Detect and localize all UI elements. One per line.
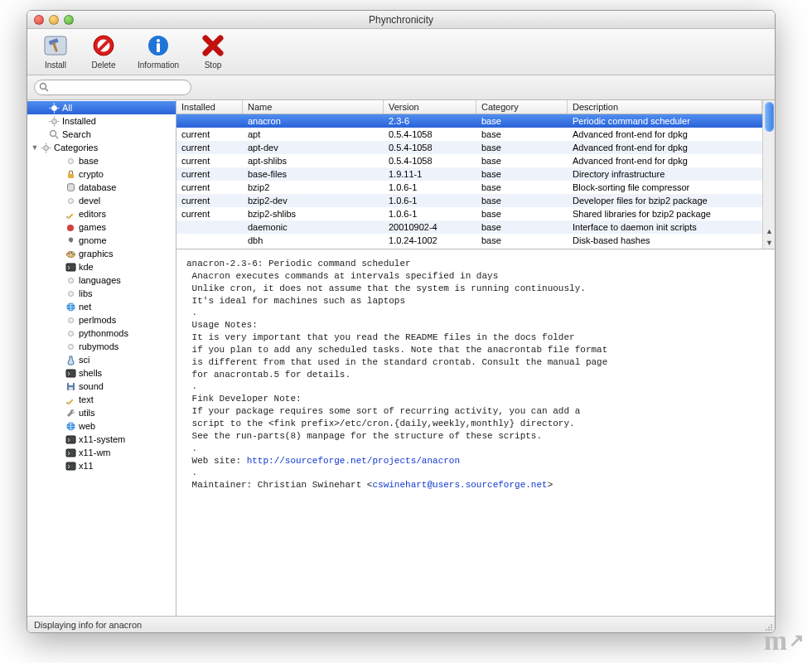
close-window-button[interactable] [34, 15, 44, 25]
sidebar-item-utils[interactable]: utils [27, 406, 176, 419]
sidebar-item-database[interactable]: database [27, 181, 176, 194]
table-row[interactable]: currentapt-dev0.5.4-1058baseAdvanced fro… [176, 141, 762, 154]
table-row[interactable]: currentapt0.5.4-1058baseAdvanced front-e… [176, 128, 762, 141]
sidebar-item-categories[interactable]: ▼Categories [27, 141, 176, 154]
sidebar-item-label: languages [77, 275, 121, 285]
sidebar-item-all[interactable]: All [27, 101, 176, 114]
sidebar-item-label: Installed [60, 116, 96, 126]
sidebar-item-editors[interactable]: editors [27, 207, 176, 220]
cell-version: 1.0.6-1 [384, 209, 476, 219]
sidebar-item-devel-icon [64, 195, 77, 206]
sidebar-item-perlmods-icon [64, 314, 77, 326]
cell-category: base [476, 222, 568, 232]
sidebar-item-gnome-icon [64, 235, 77, 246]
sidebar-item-net[interactable]: net [27, 300, 176, 313]
sidebar-item-devel[interactable]: devel [27, 194, 176, 207]
sidebar-item-utils-icon [64, 407, 77, 419]
sidebar-item-x11[interactable]: x11 [27, 459, 176, 472]
install-label: Install [34, 60, 77, 70]
sidebar-item-label: sci [77, 355, 89, 365]
minimize-window-button[interactable] [49, 15, 59, 25]
sidebar-item-crypto[interactable]: crypto [27, 167, 176, 181]
cell-installed: current [176, 129, 243, 139]
scroll-up-arrow[interactable]: ▲ [763, 225, 776, 237]
zoom-window-button[interactable] [64, 15, 74, 25]
sidebar-item-shells[interactable]: shells [27, 366, 176, 380]
sidebar-item-sound[interactable]: sound [27, 380, 176, 393]
table-row[interactable]: dbh1.0.24-1002baseDisk-based hashes [176, 234, 762, 247]
table-row[interactable]: currentbase-files1.9.11-1baseDirectory i… [176, 167, 762, 181]
svg-point-45 [68, 331, 73, 336]
cell-name: bzip2-dev [243, 196, 384, 206]
sidebar-item-libs[interactable]: libs [27, 287, 176, 300]
sidebar-item-graphics[interactable]: graphics [27, 247, 176, 260]
stop-button[interactable]: Stop [191, 32, 234, 70]
sidebar-item-label: rubymods [77, 341, 118, 351]
scrollbar-thumb[interactable] [765, 102, 774, 132]
col-version[interactable]: Version [384, 100, 476, 114]
sidebar-item-pythonmods-icon [64, 327, 77, 339]
svg-point-37 [68, 253, 70, 254]
delete-button[interactable]: Delete [82, 32, 125, 70]
search-input[interactable] [51, 80, 186, 90]
sidebar-item-label: x11-wm [77, 448, 111, 457]
table-row[interactable]: currentbzip2-dev1.0.6-1baseDeveloper fil… [176, 194, 762, 207]
col-name[interactable]: Name [243, 100, 384, 114]
sidebar-item-x11-system[interactable]: x11-system [27, 433, 176, 446]
cell-version: 1.0.6-1 [384, 196, 476, 206]
sidebar-item-web[interactable]: web [27, 419, 176, 433]
sidebar-item-label: All [60, 103, 72, 113]
cell-description: Directory infrastructure [568, 169, 762, 179]
col-description[interactable]: Description [568, 100, 762, 114]
svg-point-24 [43, 145, 48, 150]
cell-installed: current [176, 182, 243, 192]
status-bar: Displaying info for anacron [27, 616, 775, 632]
table-row[interactable]: currentbzip2-shlibs1.0.6-1baseShared lib… [176, 207, 762, 220]
svg-point-8 [157, 39, 160, 42]
sidebar-item-label: x11 [77, 461, 94, 471]
cell-name: apt-dev [243, 143, 384, 152]
table-row[interactable]: daemonic20010902-4baseInterface to daemo… [176, 220, 762, 234]
sidebar-item-perlmods[interactable]: perlmods [27, 313, 176, 327]
svg-marker-34 [66, 216, 68, 218]
table-row[interactable]: currentbzip21.0.6-1baseBlock-sorting fil… [176, 181, 762, 194]
sidebar-item-label: perlmods [77, 315, 116, 325]
info-icon [145, 32, 172, 59]
maintainer-email-link[interactable]: cswinehart@users.sourceforge.net [372, 480, 547, 490]
sidebar-item-label: base [77, 156, 99, 166]
sidebar-item-languages-icon [64, 274, 77, 286]
sidebar-item-pythonmods[interactable]: pythonmods [27, 327, 176, 340]
sidebar-item-label: editors [77, 209, 106, 219]
sidebar-item-kde[interactable]: kde [27, 260, 176, 273]
table-row[interactable]: currentapt-shlibs0.5.4-1058baseAdvanced … [176, 154, 762, 167]
sidebar-item-text[interactable]: text [27, 393, 176, 406]
scroll-down-arrow[interactable]: ▼ [763, 237, 776, 249]
cell-installed: current [176, 169, 243, 179]
sidebar-item-gnome[interactable]: gnome [27, 234, 176, 247]
col-category[interactable]: Category [476, 100, 568, 114]
table-row[interactable]: anacron2.3-6basePeriodic command schedul… [176, 114, 762, 128]
install-button[interactable]: Install [34, 32, 77, 70]
sidebar-item-rubymods[interactable]: rubymods [27, 340, 176, 353]
sidebar-item-search-icon [47, 128, 60, 140]
sidebar-item-web-icon [64, 420, 77, 432]
package-table-wrap: Installed Name Version Category Descript… [176, 100, 775, 249]
website-link[interactable]: http://sourceforge.net/projects/anacron [247, 456, 460, 466]
svg-rect-40 [66, 264, 75, 271]
sidebar-item-search[interactable]: Search [27, 128, 176, 141]
sidebar-item-x11-wm[interactable]: x11-wm [27, 446, 176, 459]
sidebar-item-sci[interactable]: sci [27, 353, 176, 366]
sidebar-item-languages[interactable]: languages [27, 273, 176, 287]
sidebar-item-base[interactable]: base [27, 154, 176, 167]
svg-marker-52 [66, 402, 68, 404]
information-button[interactable]: Information [130, 32, 186, 70]
sidebar-item-installed[interactable]: Installed [27, 114, 176, 128]
table-scrollbar[interactable]: ▲ ▼ [762, 100, 775, 249]
sidebar-item-games[interactable]: games [27, 220, 176, 234]
sidebar-item-label: crypto [77, 169, 104, 179]
col-installed[interactable]: Installed [176, 100, 243, 114]
cell-category: base [476, 116, 568, 126]
package-detail: anacron-2.3-6: Periodic command schedule… [176, 249, 775, 616]
window-controls [34, 15, 74, 25]
svg-rect-55 [66, 449, 75, 457]
